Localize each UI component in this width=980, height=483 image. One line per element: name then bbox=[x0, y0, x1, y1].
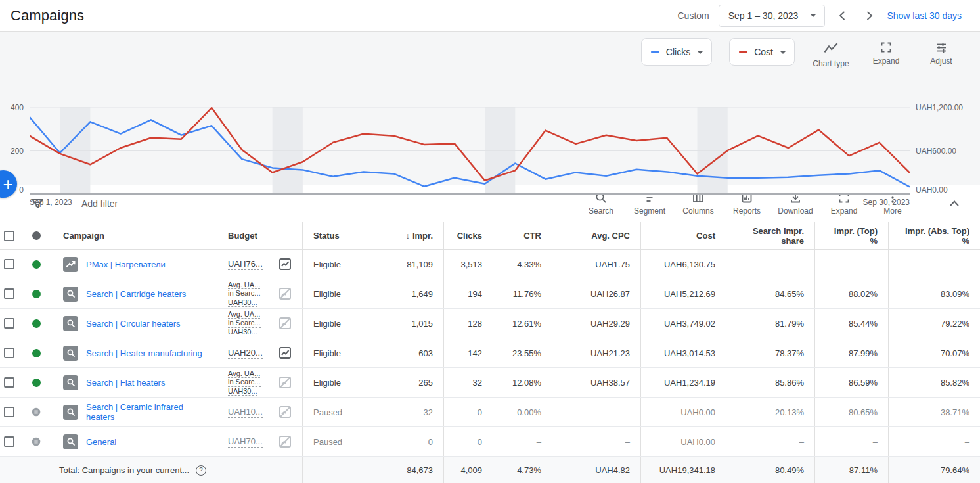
next-period-button[interactable] bbox=[860, 7, 878, 24]
column-header-impr-top-[interactable]: Impr. (Top) % bbox=[814, 222, 888, 249]
enabled-status-dot[interactable] bbox=[32, 349, 41, 357]
metric-selector-clicks[interactable]: Clicks bbox=[641, 38, 712, 66]
paused-status-dot[interactable] bbox=[32, 407, 41, 417]
budget-value[interactable]: UAH10... bbox=[228, 406, 263, 418]
campaign-link[interactable]: Search | Ceramic infrared heaters bbox=[86, 402, 206, 422]
collapse-chart-button[interactable] bbox=[943, 193, 966, 215]
add-filter-button[interactable]: Add filter bbox=[81, 198, 118, 209]
impr-abs-top-cell: 79.22% bbox=[888, 309, 980, 338]
ctr-cell: 0.00% bbox=[493, 398, 552, 426]
adjust-button[interactable]: Adjust bbox=[922, 38, 960, 66]
column-header-budget[interactable]: Budget bbox=[217, 222, 302, 249]
enabled-status-dot[interactable] bbox=[32, 379, 41, 387]
campaign-link[interactable]: Search | Heater manufacturing bbox=[86, 348, 202, 358]
cost-cell: UAH6,130.75 bbox=[640, 250, 726, 279]
previous-period-button[interactable] bbox=[834, 7, 851, 24]
budget-value[interactable]: in Searc... bbox=[228, 289, 261, 298]
campaign-type-icon-wrap bbox=[63, 316, 78, 331]
budget-value[interactable]: Avg. UA... bbox=[228, 281, 260, 290]
campaign-link[interactable]: Search | Circular heaters bbox=[86, 319, 181, 329]
metric-selector-cost[interactable]: Cost bbox=[729, 38, 795, 66]
metric-label: Clicks bbox=[666, 47, 690, 57]
action-label: Expand bbox=[831, 206, 858, 216]
row-checkbox[interactable] bbox=[4, 407, 14, 417]
budget-value[interactable]: in Searc... bbox=[228, 319, 261, 328]
download-button[interactable]: Download bbox=[777, 191, 814, 216]
right-axis-tick: UAH600.00 bbox=[916, 147, 956, 156]
column-header-campaign[interactable]: Campaign bbox=[53, 222, 217, 249]
cost-cell: UAH5,212.69 bbox=[640, 279, 726, 308]
date-range-picker[interactable]: Sep 1 – 30, 2023 bbox=[719, 5, 826, 27]
reports-button[interactable]: Reports bbox=[728, 191, 765, 216]
budget-value[interactable]: in Searc... bbox=[228, 378, 261, 387]
avg-cpc-cell: UAH1.75 bbox=[552, 250, 640, 279]
budget-value[interactable]: UAH30... bbox=[228, 387, 257, 396]
campaign-type-icon-wrap bbox=[63, 257, 78, 272]
budget-value[interactable]: UAH30... bbox=[228, 298, 257, 308]
expand-button[interactable]: Expand bbox=[826, 191, 862, 216]
enabled-status-dot[interactable] bbox=[32, 319, 41, 328]
column-header-impr-abs-top-[interactable]: Impr. (Abs. Top) % bbox=[888, 222, 980, 249]
date-range-value: Sep 1 – 30, 2023 bbox=[728, 11, 799, 21]
search-button[interactable]: Search bbox=[583, 191, 619, 216]
enabled-status-dot[interactable] bbox=[32, 260, 41, 269]
help-icon[interactable]: ? bbox=[196, 465, 206, 476]
budget-value[interactable]: Avg. UA... bbox=[228, 310, 260, 319]
expand-button[interactable]: Expand bbox=[867, 38, 905, 66]
expand-icon bbox=[880, 41, 893, 54]
column-header-ctr[interactable]: CTR bbox=[493, 222, 552, 249]
clicks-cell: 142 bbox=[443, 338, 493, 367]
campaign-link[interactable]: Search | Flat heaters bbox=[86, 378, 165, 388]
budget-value[interactable]: UAH20... bbox=[228, 347, 263, 359]
row-checkbox[interactable] bbox=[4, 436, 14, 447]
column-header-clicks[interactable]: Clicks bbox=[443, 222, 493, 249]
row-checkbox[interactable] bbox=[4, 259, 14, 269]
budget-cell: UAH10... bbox=[217, 398, 302, 426]
status-cell: Eligible bbox=[302, 338, 391, 367]
paused-status-dot[interactable] bbox=[32, 437, 41, 446]
budget-value[interactable]: UAH76... bbox=[228, 258, 263, 270]
show-last-30-days-link[interactable]: Show last 30 days bbox=[887, 11, 962, 21]
column-header-status[interactable]: Status bbox=[302, 222, 391, 249]
enabled-status-dot[interactable] bbox=[32, 290, 41, 298]
chart-type-button[interactable]: Chart type bbox=[812, 38, 850, 68]
impr-top-cell: 86.59% bbox=[814, 368, 888, 397]
row-checkbox[interactable] bbox=[4, 318, 14, 329]
status-filter-dot[interactable] bbox=[32, 231, 41, 240]
campaign-link[interactable]: General bbox=[86, 437, 116, 447]
campaign-link[interactable]: Search | Cartridge heaters bbox=[86, 289, 186, 299]
search-campaign-icon bbox=[66, 319, 76, 328]
right-axis-tick: UAH0.00 bbox=[916, 185, 948, 195]
row-checkbox[interactable] bbox=[4, 348, 14, 358]
tool-label: Chart type bbox=[813, 59, 849, 68]
status-cell: Eligible bbox=[302, 250, 391, 279]
select-all-checkbox[interactable] bbox=[4, 231, 14, 241]
search-campaign-icon bbox=[66, 348, 76, 357]
column-header-avg-cpc[interactable]: Avg. CPC bbox=[552, 222, 640, 249]
column-header-search-impr-share[interactable]: Search impr. share bbox=[726, 222, 814, 249]
column-header-impr-[interactable]: ↓Impr. bbox=[391, 222, 443, 249]
chevron-up-icon bbox=[948, 197, 961, 210]
campaign-link[interactable]: PMax | Нагреватели bbox=[86, 260, 166, 269]
chart-plot: Sep 1, 2023 Sep 30, 2023 bbox=[30, 107, 910, 195]
row-checkbox[interactable] bbox=[4, 288, 14, 299]
columns-button[interactable]: Columns bbox=[680, 191, 717, 216]
impr-abs-top-cell: 38.71% bbox=[888, 398, 980, 426]
avg-cpc-cell: UAH29.29 bbox=[552, 309, 640, 338]
impressions-cell: 1,015 bbox=[391, 309, 443, 338]
series-color-swatch bbox=[739, 51, 747, 53]
cost-cell: UAH3,014.53 bbox=[640, 338, 726, 367]
budget-value[interactable]: UAH30... bbox=[228, 328, 257, 337]
table-row: Search | Cartridge heaters Avg. UA...in … bbox=[0, 279, 980, 309]
budget-value[interactable]: Avg. UA... bbox=[228, 369, 260, 379]
column-header-cost[interactable]: Cost bbox=[640, 222, 726, 249]
impressions-cell: 0 bbox=[391, 427, 443, 456]
campaign-cell: Search | Cartridge heaters bbox=[53, 279, 217, 308]
cost-cell: UAH1,234.19 bbox=[640, 368, 726, 397]
budget-value[interactable]: UAH70... bbox=[228, 436, 263, 448]
budget-chart-icon bbox=[278, 258, 292, 271]
segment-button[interactable]: Segment bbox=[631, 191, 668, 216]
ctr-cell: 11.76% bbox=[493, 279, 552, 308]
row-checkbox[interactable] bbox=[4, 377, 14, 388]
table-row: Search | Flat heaters Avg. UA...in Searc… bbox=[0, 368, 980, 398]
